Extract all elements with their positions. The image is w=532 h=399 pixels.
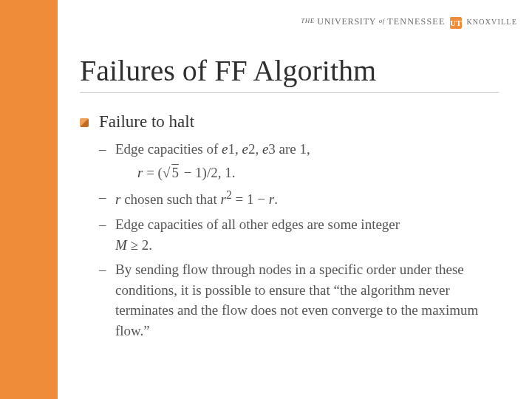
logo-knox: KNOXVILLE [466,18,517,26]
slide-title: Failures of FF Algorithm [80,53,499,88]
sub-other-edges: Edge capacities of all other edges are s… [99,214,499,255]
sub1-eq: = ( [143,165,163,180]
slide-content: Failures of FF Algorithm Failure to halt… [80,53,499,347]
title-rule [80,92,499,93]
logo-mark: UT [450,17,462,29]
sub3-part1: Edge capacities of all other edges are s… [115,216,400,232]
sub1-n3: 3 are 1, [268,141,310,157]
sub2-mid: chosen such that [120,191,220,207]
bullet-failure-to-halt: Failure to halt Edge capacities of e1, e… [80,112,499,341]
logo-the: THE [301,17,315,24]
sub1-n1: 1, [228,141,242,157]
sub2-r2a: r [220,191,225,207]
bullet1-text: Failure to halt [99,112,194,131]
sub-r-chosen: r chosen such that r2 = 1 − r. [99,187,499,210]
sub1-five: 5 [170,165,180,180]
sub3-M: M [115,237,127,253]
sub3-ge: ≥ 2. [127,237,152,253]
sub2-sup: 2 [226,188,232,201]
logo-of: of [379,17,385,24]
sub1-formula: r = (√5 − 1)/2, 1. [137,163,499,183]
sub-by-sending-flow: By sending flow through nodes in a speci… [99,259,499,341]
logo-univ: UNIVERSITY [317,16,376,27]
logo-tenn: TENNESSEE [387,16,445,27]
sub1-prefix: Edge capacities of [115,141,222,157]
sub2-dot: . [274,191,278,207]
sub1-rest: − 1)/2, 1. [180,165,236,180]
sub-edge-capacities-e123: Edge capacities of e1, e2, e3 are 1, r =… [99,139,499,183]
sub1-e2: e [242,141,248,157]
sub1-n2: 2, [248,141,262,157]
university-logo: THE UNIVERSITY of TENNESSEE UT KNOXVILLE [301,16,517,29]
sub2-eq: = 1 − [232,191,269,207]
sub1-root: √ [163,165,170,180]
sub4-text: By sending flow through nodes in a speci… [115,262,478,338]
orange-sidebar [0,0,58,399]
